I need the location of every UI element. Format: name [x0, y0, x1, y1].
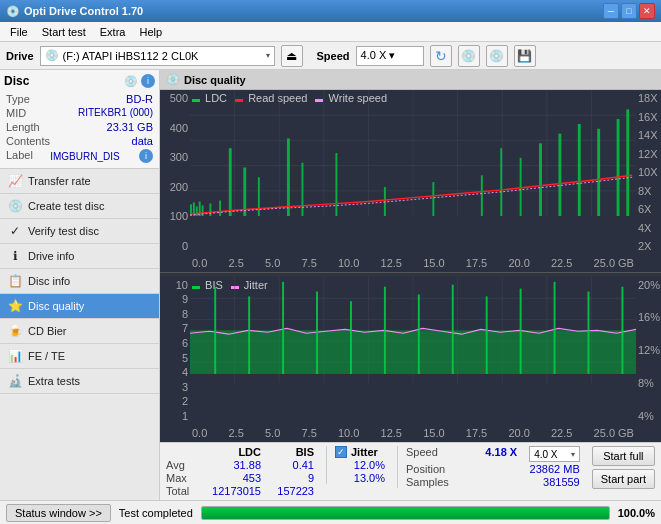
- svg-rect-22: [258, 177, 260, 216]
- svg-rect-58: [452, 284, 454, 373]
- svg-rect-15: [196, 206, 198, 216]
- transfer-rate-icon: 📈: [8, 174, 22, 188]
- speed-select[interactable]: 4.0 X ▾: [356, 46, 424, 66]
- title-bar-controls: ─ □ ✕: [603, 3, 655, 19]
- label-info-button[interactable]: i: [139, 149, 153, 163]
- disc-length-value: 23.31 GB: [107, 121, 153, 133]
- speed-row: Speed 4.18 X 4.0 X ▾: [406, 446, 580, 462]
- disc-button-1[interactable]: 💿: [458, 45, 480, 67]
- verify-disc-icon: ✓: [8, 224, 22, 238]
- nav-drive-info[interactable]: ℹ Drive info: [0, 244, 159, 269]
- svg-rect-31: [539, 143, 542, 216]
- jitter-label: Jitter: [351, 446, 378, 458]
- stats-avg-row: Avg 31.88 0.41: [166, 459, 314, 471]
- speed-select-arrow: ▾: [571, 450, 575, 459]
- nav-create-disc-label: Create test disc: [28, 200, 104, 212]
- disc-mid-label: MID: [6, 107, 26, 119]
- status-bar: Status window >> Test completed 100.0%: [0, 500, 661, 524]
- disc-contents-label: Contents: [6, 135, 50, 147]
- menu-start-test[interactable]: Start test: [36, 24, 92, 40]
- close-button[interactable]: ✕: [639, 3, 655, 19]
- save-button[interactable]: 💾: [514, 45, 536, 67]
- svg-rect-59: [486, 296, 488, 374]
- drive-bar: Drive 💿 (F:) ATAPI iHBS112 2 CL0K ▾ ⏏ Sp…: [0, 42, 661, 70]
- svg-rect-62: [588, 291, 590, 373]
- start-full-button[interactable]: Start full: [592, 446, 655, 466]
- stats-headers-row: LDC BIS: [166, 446, 314, 458]
- drive-value: (F:) ATAPI iHBS112 2 CL0K: [63, 50, 262, 62]
- svg-rect-57: [418, 294, 420, 373]
- menu-help[interactable]: Help: [133, 24, 168, 40]
- jitter-header-row: ✓ Jitter: [335, 446, 385, 458]
- bis-header: BIS: [269, 446, 314, 458]
- progress-bar-fill: [202, 507, 609, 519]
- menu-file[interactable]: File: [4, 24, 34, 40]
- svg-rect-33: [578, 124, 581, 216]
- drive-select[interactable]: 💿 (F:) ATAPI iHBS112 2 CL0K ▾: [40, 46, 275, 66]
- nav-extra-tests[interactable]: 🔬 Extra tests: [0, 369, 159, 394]
- svg-rect-53: [282, 281, 284, 373]
- refresh-button[interactable]: ↻: [430, 45, 452, 67]
- position-label: Position: [406, 463, 461, 475]
- disc-contents-row: Contents data: [4, 134, 155, 148]
- avg-bis: 0.41: [269, 459, 314, 471]
- nav-transfer-rate[interactable]: 📈 Transfer rate: [0, 169, 159, 194]
- svg-rect-52: [248, 296, 250, 374]
- jitter-checkbox[interactable]: ✓: [335, 446, 347, 458]
- disc-icon: 💿: [124, 75, 138, 88]
- svg-rect-24: [302, 163, 304, 216]
- nav-verify-test-disc[interactable]: ✓ Verify test disc: [0, 219, 159, 244]
- nav-cd-bier[interactable]: 🍺 CD Bier: [0, 319, 159, 344]
- svg-rect-27: [432, 182, 434, 216]
- disc-panel: Disc 💿 i Type BD-R MID RITEKBR1 (000) Le…: [0, 70, 159, 169]
- samples-value: 381559: [530, 476, 580, 488]
- minimize-button[interactable]: ─: [603, 3, 619, 19]
- status-window-button[interactable]: Status window >>: [6, 504, 111, 522]
- samples-label: Samples: [406, 476, 461, 488]
- maximize-button[interactable]: □: [621, 3, 637, 19]
- menu-extra[interactable]: Extra: [94, 24, 132, 40]
- disc-length-label: Length: [6, 121, 40, 133]
- svg-rect-51: [214, 286, 216, 373]
- svg-rect-19: [219, 201, 221, 217]
- svg-rect-23: [287, 138, 290, 216]
- create-disc-icon: 💿: [8, 199, 22, 213]
- progress-percentage: 100.0%: [618, 507, 655, 519]
- svg-rect-26: [384, 187, 386, 216]
- samples-row: Samples 381559: [406, 476, 580, 488]
- drive-dropdown-arrow: ▾: [266, 51, 270, 60]
- disc-label-row: Label IMGBURN_DIS i: [4, 148, 155, 164]
- start-part-button[interactable]: Start part: [592, 469, 655, 489]
- disc-info-button[interactable]: i: [141, 74, 155, 88]
- speed-value: 4.0 X ▾: [361, 49, 419, 62]
- chart-bottom-y-axis-right: 20% 16% 12% 8% 4%: [636, 277, 661, 424]
- disc-type-value: BD-R: [126, 93, 153, 105]
- title-bar-left: 💿 Opti Drive Control 1.70: [6, 5, 143, 18]
- position-row: Position 23862 MB: [406, 463, 580, 475]
- eject-button[interactable]: ⏏: [281, 45, 303, 67]
- nav-fe-te[interactable]: 📊 FE / TE: [0, 344, 159, 369]
- app-title: Opti Drive Control 1.70: [24, 5, 143, 17]
- nav-disc-info[interactable]: 📋 Disc info: [0, 269, 159, 294]
- chart-top-y-axis-right: 18X 16X 14X 12X 10X 8X 6X 4X 2X: [636, 90, 661, 254]
- nav-create-test-disc[interactable]: 💿 Create test disc: [0, 194, 159, 219]
- speed-select-stats[interactable]: 4.0 X ▾: [529, 446, 580, 462]
- progress-bar-container: [201, 506, 610, 520]
- title-bar: 💿 Opti Drive Control 1.70 ─ □ ✕: [0, 0, 661, 22]
- app-icon: 💿: [6, 5, 20, 18]
- disc-label-label: Label: [6, 149, 33, 163]
- disc-button-2[interactable]: 💿: [486, 45, 508, 67]
- disc-label-value: IMGBURN_DIS: [50, 149, 119, 163]
- max-ldc: 453: [206, 472, 261, 484]
- position-value: 23862 MB: [530, 463, 580, 475]
- svg-rect-54: [316, 291, 318, 373]
- nav-disc-quality[interactable]: ⭐ Disc quality: [0, 294, 159, 319]
- nav-cd-bier-label: CD Bier: [28, 325, 67, 337]
- svg-rect-55: [350, 301, 352, 374]
- disc-quality-icon: ⭐: [8, 299, 22, 313]
- drive-icon: 💿: [45, 49, 59, 62]
- svg-rect-60: [520, 288, 522, 373]
- disc-contents-value: data: [132, 135, 153, 147]
- disc-mid-row: MID RITEKBR1 (000): [4, 106, 155, 120]
- chart-top: LDC Read speed Write speed 500: [160, 90, 661, 273]
